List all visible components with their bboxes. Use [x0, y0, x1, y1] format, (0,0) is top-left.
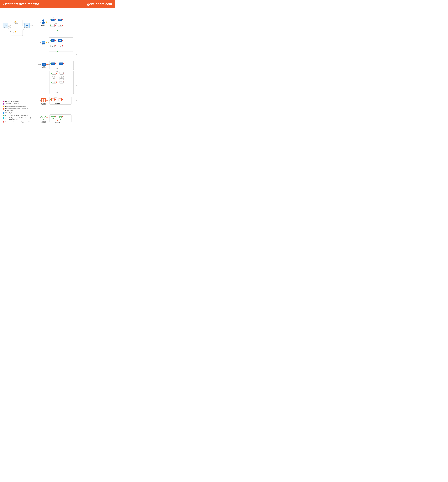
- svg-text:Modules: Modules: [60, 78, 63, 79]
- left-panel: ✛ Load Balancer (HAProxy / ELB) ⚙ API Ga…: [1, 9, 38, 126]
- green-dot: [3, 115, 4, 116]
- svg-text:Module 2: Module 2: [52, 81, 56, 82]
- svg-text:API: API: [59, 19, 61, 20]
- svg-rect-54: [55, 25, 56, 26]
- svg-text:Website: Website: [42, 44, 46, 45]
- svg-text:API: API: [52, 40, 54, 41]
- svg-rect-28: [42, 22, 45, 23]
- svg-rect-75: [55, 40, 56, 41]
- svg-text:1 to x: 1 to x: [61, 77, 63, 78]
- svg-text:UI: UI: [60, 25, 61, 26]
- svg-rect-122: [56, 73, 57, 73]
- svg-point-179: [47, 117, 48, 118]
- svg-rect-142: [63, 82, 64, 82]
- header: Backend Architecture gevelopers.com: [0, 0, 115, 8]
- teal-dot: [3, 117, 4, 119]
- svg-text:API: API: [43, 66, 45, 67]
- svg-text:API: API: [53, 82, 55, 83]
- svg-line-23: [23, 23, 24, 25]
- svg-text:Load Balancer: Load Balancer: [24, 27, 30, 28]
- svg-text:1 to n: 1 to n: [55, 61, 57, 62]
- svg-text:1 to n: 1 to n: [54, 44, 56, 45]
- legend-item-pink: Python, PHP & Node JS: [3, 101, 35, 102]
- svg-point-56: [56, 30, 58, 31]
- page-title: Backend Architecture: [3, 2, 39, 6]
- svg-rect-159: [53, 99, 54, 100]
- svg-rect-141: [56, 82, 57, 82]
- svg-point-133: [51, 82, 52, 83]
- svg-rect-123: [63, 73, 64, 73]
- svg-point-36: [50, 19, 51, 20]
- svg-rect-189: [62, 117, 63, 117]
- svg-line-18: [8, 28, 11, 32]
- svg-point-95: [47, 64, 48, 65]
- blue-dot: [3, 112, 4, 114]
- svg-text:1 to n: 1 to n: [54, 23, 56, 24]
- svg-text:✛: ✛: [5, 24, 7, 27]
- legend-item-blue: 1 to n Replicas: [3, 112, 35, 114]
- green-icon-group: 🐋 ≡: [3, 115, 7, 116]
- legend-text-orange: Load Balancing Policy (Least Number Of C…: [5, 108, 35, 111]
- svg-rect-161: [53, 100, 54, 101]
- svg-text:1 to n: 1 to n: [56, 80, 58, 81]
- legend-item-purple: Angular JS, PHP, React: [3, 103, 35, 105]
- svg-rect-97: [50, 61, 73, 70]
- svg-rect-151: [44, 100, 45, 102]
- svg-text:(HAProxy / ELB): (HAProxy / ELB): [24, 29, 30, 29]
- svg-text:API: API: [61, 73, 62, 74]
- svg-text:(HAProxy / ELB): (HAProxy / ELB): [3, 29, 8, 29]
- legend-text-pink: Python, PHP & Node JS: [5, 101, 19, 102]
- purple-dot: [3, 103, 4, 105]
- legend-text-purple: Angular JS, PHP, React: [5, 103, 18, 105]
- svg-rect-107: [55, 63, 56, 64]
- svg-text:(With Authorisation: (With Authorisation: [14, 22, 20, 23]
- svg-text:✛: ✛: [26, 24, 28, 27]
- svg-point-88: [56, 51, 58, 52]
- svg-text:1 to n: 1 to n: [54, 115, 56, 116]
- svg-rect-86: [55, 46, 56, 46]
- pink-dot: [3, 101, 4, 102]
- svg-marker-176: [41, 116, 46, 119]
- orange-dot: [3, 108, 4, 109]
- svg-text:API: API: [61, 82, 62, 83]
- svg-text:API: API: [53, 73, 55, 74]
- svg-rect-44: [62, 19, 63, 20]
- svg-text:UI: UI: [52, 25, 53, 26]
- svg-rect-172: [62, 99, 63, 100]
- svg-text:Vernemq: Vernemq: [41, 121, 46, 122]
- legend-text-yellow: Load Balancing Policy (Round Robin): [5, 105, 26, 107]
- svg-text:Admin: Admin: [42, 23, 45, 25]
- legend-text-teal: Deployed over docker/ cloud instance (ca…: [9, 117, 35, 120]
- svg-text:1 to n: 1 to n: [54, 97, 56, 98]
- svg-point-183: [50, 117, 51, 117]
- svg-text:(With Authorisation: (With Authorisation: [14, 32, 20, 33]
- svg-text:Clustered: Clustered: [55, 103, 60, 104]
- svg-text:API: API: [52, 63, 54, 64]
- svg-text:UI: UI: [60, 46, 61, 47]
- svg-text:Server): Server): [16, 23, 18, 24]
- svg-text:1 to n: 1 to n: [56, 71, 58, 72]
- svg-rect-149: [44, 99, 45, 100]
- svg-text:Backend: Backend: [41, 104, 46, 105]
- legend-text-redcross: Performance / Health monitoring ( Isomet…: [5, 121, 33, 123]
- svg-text:1 to n: 1 to n: [8, 26, 10, 27]
- svg-rect-181: [50, 115, 71, 122]
- svg-point-154: [47, 100, 48, 101]
- svg-text:Clustered: Clustered: [55, 122, 60, 123]
- svg-text:API: API: [43, 64, 45, 65]
- red-cross-icon: ✚: [3, 121, 4, 123]
- svg-rect-150: [42, 100, 43, 102]
- legend-text-blue: 1 to n Replicas: [5, 112, 14, 114]
- svg-rect-168: [60, 99, 61, 100]
- svg-text:1 to x: 1 to x: [53, 77, 55, 78]
- svg-text:Load Balancer: Load Balancer: [2, 27, 8, 28]
- svg-point-79: [50, 46, 51, 47]
- svg-text:Rabbitmq: Rabbitmq: [41, 103, 46, 104]
- domain-label: gevelopers.com: [87, 2, 112, 6]
- legend-item-green: 🐋 ≡ Deployed over docker/ cloud instance: [3, 115, 35, 116]
- svg-rect-148: [42, 99, 43, 100]
- legend: Python, PHP & Node JS Angular JS, PHP, R…: [1, 99, 37, 125]
- svg-point-47: [50, 25, 51, 26]
- teal-icon-group: 🐋 ≡ ⇄: [3, 117, 8, 119]
- svg-text:Backend: Backend: [41, 122, 46, 123]
